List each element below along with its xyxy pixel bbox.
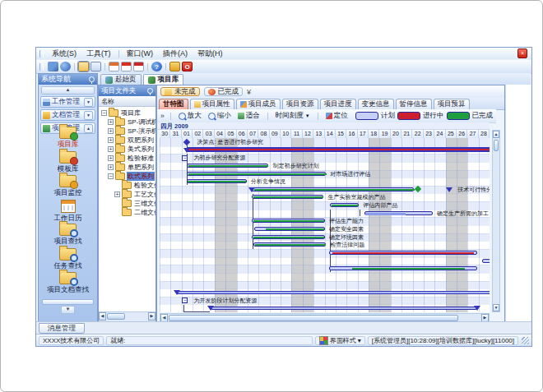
gantt-task-bar[interactable] — [252, 195, 323, 199]
gantt-task-bar[interactable] — [254, 227, 325, 231]
help-icon[interactable]: ? — [151, 62, 162, 71]
screen-icon[interactable] — [48, 62, 58, 71]
expand-icon[interactable]: + — [108, 119, 114, 125]
menu-item-2[interactable]: 窗口(W) — [122, 48, 159, 60]
doc-tab-0[interactable]: 起始页 — [100, 74, 142, 85]
resize-grip[interactable] — [522, 337, 529, 344]
gantt-toolbar-time-scale[interactable]: 时间刻度▼ — [274, 111, 312, 121]
cascade-window-icon[interactable] — [90, 62, 101, 71]
chevron-down-icon[interactable]: ▼ — [84, 98, 93, 107]
gantt-toolbar-locate[interactable]: 定位 — [324, 111, 350, 121]
toolbar-grip[interactable] — [39, 63, 44, 71]
menubar-grip[interactable] — [39, 50, 44, 58]
menu-item-1[interactable]: 工具(T) — [81, 48, 116, 60]
filter-finished[interactable]: 已完成 — [204, 87, 244, 96]
gantt-task-bar[interactable] — [253, 242, 326, 247]
sidebar-group-1[interactable]: 文档管理▼ — [40, 109, 95, 121]
gantt-toolbar-zoom-out[interactable]: 缩小 — [207, 111, 233, 121]
chevron-down-icon[interactable]: ▼ — [84, 111, 93, 120]
pin-icon[interactable] — [89, 76, 95, 82]
scroll-thumb[interactable] — [494, 140, 499, 151]
menu-item-3[interactable]: 插件(A) — [158, 48, 193, 60]
tab-3[interactable]: 项目资源 — [282, 99, 318, 109]
gantt-task-bar[interactable] — [329, 266, 477, 270]
menu-item-4[interactable]: 帮助(H) — [193, 48, 228, 60]
tree-node[interactable]: 三维文件 — [114, 199, 155, 208]
calendar-icon[interactable] — [109, 62, 119, 71]
gantt-plan-bar[interactable] — [364, 211, 433, 215]
collapse-icon[interactable]: − — [108, 173, 114, 179]
gantt-task-bar[interactable] — [187, 172, 326, 176]
scroll-down-button[interactable]: ▼ — [493, 304, 499, 311]
calendar-edit-icon[interactable] — [121, 62, 132, 71]
scroll-thumb[interactable] — [169, 315, 458, 321]
expand-icon[interactable]: + — [108, 146, 114, 152]
gantt-task-bar[interactable] — [187, 179, 247, 183]
tree-node[interactable]: −项目库 — [101, 108, 142, 118]
gantt-task-bar[interactable] — [329, 251, 477, 255]
sidebar-item-5[interactable]: 任务查找 — [39, 248, 97, 271]
tab-2[interactable]: 项目成员 — [236, 99, 281, 109]
expand-icon[interactable]: + — [114, 191, 120, 197]
exit-icon[interactable]: O — [182, 62, 193, 71]
scroll-thumb[interactable] — [107, 313, 125, 320]
menu-item-0[interactable]: 系统(S) — [47, 48, 81, 60]
tab-5[interactable]: 变更信息 — [358, 99, 394, 109]
tab-7[interactable]: 项目预算 — [434, 99, 470, 109]
scroll-up-button[interactable]: ▲ — [493, 131, 499, 138]
gantt-plan-bar[interactable] — [482, 259, 490, 263]
tab-0[interactable]: 甘特图 — [159, 99, 188, 109]
expand-icon[interactable]: + — [108, 137, 114, 143]
expand-icon[interactable]: + — [108, 128, 114, 134]
folder-window-icon[interactable] — [78, 62, 89, 71]
tree-column-header[interactable]: 名称 — [99, 96, 155, 107]
tab-6[interactable]: 暂停信息 — [396, 99, 432, 109]
gantt-task-bar[interactable] — [187, 164, 269, 168]
calendar-alert-icon[interactable] — [133, 62, 144, 71]
doc-tab-1[interactable]: 项目库 — [143, 74, 184, 85]
expand-icon[interactable]: + — [108, 155, 114, 161]
outline-collapse-icon[interactable]: − — [182, 155, 188, 161]
scroll-right-button[interactable]: ▶ — [148, 312, 155, 321]
outline-collapse-icon[interactable]: − — [182, 297, 188, 303]
scroll-left-button[interactable]: ◀ — [99, 312, 106, 321]
sidebar-item-0[interactable]: 项目库 — [39, 127, 97, 150]
tab-1[interactable]: 项目属性 — [190, 99, 234, 109]
sidebar-item-3[interactable]: 工作日历 — [39, 200, 97, 224]
gantt-task-bar[interactable] — [252, 219, 324, 223]
interface-style-dropdown[interactable]: 界面样式▾ — [315, 336, 365, 345]
expand-icon[interactable]: + — [108, 164, 114, 170]
tree-node[interactable]: 二维文件 — [114, 208, 155, 217]
pin-icon[interactable] — [147, 88, 153, 94]
close-document-button[interactable]: × — [517, 48, 527, 58]
collapse-icon[interactable]: − — [101, 110, 107, 116]
filter-unfinished[interactable]: 未完成 — [160, 87, 200, 96]
tab-message-management[interactable]: 消息管理 — [39, 323, 85, 334]
sidebar-item-4[interactable]: 项目查找 — [39, 224, 97, 247]
tree-node[interactable]: −欧式系列 — [108, 172, 155, 181]
sidebar-collapse-button[interactable]: ▲ — [41, 86, 95, 95]
sidebar-group-0[interactable]: 工作管理▼ — [40, 96, 95, 108]
gantt-task-bar[interactable] — [330, 203, 359, 207]
lock-icon[interactable] — [169, 62, 180, 71]
filter-extra[interactable]: ¥ — [247, 88, 251, 96]
milestone-triangle[interactable] — [446, 187, 452, 192]
tree-node[interactable]: 检验文件 — [114, 181, 155, 190]
tab-4[interactable]: 项目进度 — [320, 99, 356, 109]
tree-horizontal-scrollbar[interactable]: ◀▶ — [99, 311, 155, 321]
gantt-vertical-scrollbar[interactable]: ▲▼ — [492, 130, 500, 312]
gantt-task-bar[interactable] — [252, 187, 414, 191]
globe-icon[interactable] — [60, 62, 71, 71]
sidebar-item-6[interactable]: 项目文档查找 — [39, 272, 97, 295]
gantt-toolbar-fit[interactable]: 适合 — [236, 111, 262, 121]
gantt-summary-bar[interactable] — [187, 147, 490, 152]
gantt-plan-bar[interactable] — [211, 307, 478, 310]
tree-node[interactable]: +工艺文件 — [114, 190, 155, 199]
sidebar-item-2[interactable]: 项目监控 — [39, 175, 97, 198]
toolbar-overflow-chevron[interactable]: » — [160, 112, 165, 120]
sidebar-overflow-button[interactable]: ▼ — [61, 306, 75, 314]
sidebar-item-1[interactable]: 模板库 — [39, 151, 97, 174]
gantt-summary-bar[interactable] — [177, 291, 490, 294]
gantt-toolbar-zoom-in[interactable]: 放大 — [177, 111, 203, 121]
gantt-task-bar[interactable] — [252, 235, 324, 239]
